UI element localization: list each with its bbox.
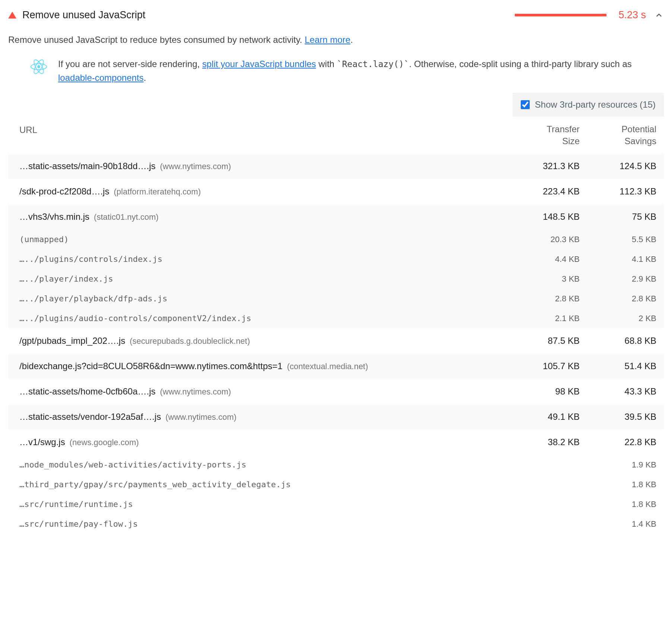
stack-pack-text: If you are not server-side rendering, sp…	[58, 57, 664, 85]
audit-time: 5.23 s	[618, 7, 646, 23]
url-text: /sdk-prod-c2f208d….js	[19, 185, 109, 198]
potential-savings: 68.8 KB	[580, 334, 662, 348]
potential-savings: 2.8 KB	[580, 292, 662, 305]
url-text: …../player/playback/dfp-ads.js	[19, 292, 167, 305]
url-cell[interactable]: …static-assets/home-0cfb60a….js(www.nyti…	[19, 385, 498, 398]
col-transfer-size: Transfer Size	[498, 123, 580, 146]
url-cell[interactable]: …src/runtime/pay-flow.js	[19, 518, 498, 530]
transfer-size: 148.5 KB	[498, 210, 580, 224]
description-text: Remove unused JavaScript to reduce bytes…	[8, 35, 305, 45]
transfer-size: 2.8 KB	[498, 292, 580, 305]
url-text: …node_modules/web-activities/activity-po…	[19, 459, 246, 471]
url-cell[interactable]: …static-assets/vendor-192a5af….js(www.ny…	[19, 410, 498, 424]
table-subrow: …third_party/gpay/src/payments_web_activ…	[8, 475, 664, 494]
url-cell[interactable]: …node_modules/web-activities/activity-po…	[19, 459, 498, 471]
url-cell[interactable]: /sdk-prod-c2f208d….js(platform.iteratehq…	[19, 185, 498, 198]
transfer-size: 4.4 KB	[498, 253, 580, 265]
url-cell[interactable]: …../plugins/controls/index.js	[19, 253, 498, 265]
audit-description: Remove unused JavaScript to reduce bytes…	[8, 33, 664, 47]
table-subrow: …../player/playback/dfp-ads.js2.8 KB2.8 …	[8, 289, 664, 308]
url-cell[interactable]: …src/runtime/runtime.js	[19, 498, 498, 510]
url-host: (securepubads.g.doubleclick.net)	[130, 335, 250, 347]
transfer-size: 49.1 KB	[498, 410, 580, 424]
table-row: /gpt/pubads_impl_202….js(securepubads.g.…	[8, 328, 664, 354]
potential-savings: 1.8 KB	[580, 498, 662, 510]
url-text: …static-assets/main-90b18dd….js	[19, 159, 155, 173]
transfer-size: 38.2 KB	[498, 435, 580, 449]
react-icon	[31, 58, 47, 75]
url-host: (www.nytimes.com)	[160, 386, 231, 398]
result-table: …static-assets/main-90b18dd….js(www.nyti…	[8, 153, 664, 534]
potential-savings: 22.8 KB	[580, 435, 662, 449]
potential-savings: 39.5 KB	[580, 410, 662, 424]
react-lazy-code: `React.lazy()`	[337, 59, 409, 69]
transfer-size: 223.4 KB	[498, 185, 580, 198]
potential-savings: 2.9 KB	[580, 273, 662, 285]
potential-savings: 1.8 KB	[580, 478, 662, 491]
third-party-label: Show 3rd-party resources (15)	[535, 98, 656, 111]
url-cell[interactable]: (unmapped)	[19, 233, 498, 245]
url-text: …static-assets/home-0cfb60a….js	[19, 385, 155, 398]
url-cell[interactable]: …static-assets/main-90b18dd….js(www.nyti…	[19, 159, 498, 173]
table-subrow: …../player/index.js3 KB2.9 KB	[8, 269, 664, 289]
audit-title: Remove unused JavaScript	[22, 7, 145, 23]
table-row: …vhs3/vhs.min.js(static01.nyt.com)148.5 …	[8, 204, 664, 229]
url-text: …static-assets/vendor-192a5af….js	[19, 410, 161, 424]
url-cell[interactable]: …../player/playback/dfp-ads.js	[19, 292, 498, 305]
url-cell[interactable]: …vhs3/vhs.min.js(static01.nyt.com)	[19, 210, 498, 224]
stack-pack-react: If you are not server-side rendering, sp…	[8, 57, 664, 85]
url-host: (news.google.com)	[70, 436, 139, 448]
transfer-size: 105.7 KB	[498, 359, 580, 373]
table-row: …static-assets/home-0cfb60a….js(www.nyti…	[8, 379, 664, 404]
url-text: …third_party/gpay/src/payments_web_activ…	[19, 478, 291, 491]
table-subrow: …src/runtime/pay-flow.js1.4 KB	[8, 514, 664, 534]
transfer-size: 321.3 KB	[498, 159, 580, 173]
table-row: …v1/swg.js(news.google.com)38.2 KB22.8 K…	[8, 429, 664, 455]
transfer-size: 20.3 KB	[498, 233, 580, 245]
table-subrow: …node_modules/web-activities/activity-po…	[8, 455, 664, 475]
split-bundles-link[interactable]: split your JavaScript bundles	[202, 59, 316, 69]
transfer-size: 3 KB	[498, 273, 580, 285]
learn-more-link[interactable]: Learn more	[305, 35, 351, 45]
url-cell[interactable]: …../plugins/audio-controls/componentV2/i…	[19, 312, 498, 324]
svg-point-0	[37, 65, 40, 68]
potential-savings: 51.4 KB	[580, 359, 662, 373]
table-subrow: …src/runtime/runtime.js1.8 KB	[8, 494, 664, 514]
url-text: /bidexchange.js?cid=8CULO58R6&dn=www.nyt…	[19, 359, 282, 373]
table-row: …static-assets/main-90b18dd….js(www.nyti…	[8, 153, 664, 179]
url-cell[interactable]: …third_party/gpay/src/payments_web_activ…	[19, 478, 498, 491]
fail-triangle-icon	[8, 12, 16, 19]
url-text: …../plugins/audio-controls/componentV2/i…	[19, 312, 251, 324]
table-row: /bidexchange.js?cid=8CULO58R6&dn=www.nyt…	[8, 354, 664, 379]
url-host: (contextual.media.net)	[287, 360, 368, 373]
potential-savings: 1.4 KB	[580, 518, 662, 530]
url-cell[interactable]: …../player/index.js	[19, 273, 498, 285]
transfer-size: 2.1 KB	[498, 312, 580, 324]
url-host: (www.nytimes.com)	[165, 411, 237, 423]
chevron-up-icon[interactable]	[654, 10, 664, 20]
potential-savings: 2 KB	[580, 312, 662, 324]
third-party-checkbox[interactable]	[521, 100, 530, 109]
potential-savings: 75 KB	[580, 210, 662, 224]
transfer-size: 98 KB	[498, 385, 580, 398]
url-text: …src/runtime/pay-flow.js	[19, 518, 138, 530]
audit-header[interactable]: Remove unused JavaScript 5.23 s	[8, 7, 664, 23]
table-header: URL Transfer Size Potential Savings	[8, 120, 664, 153]
potential-savings: 1.9 KB	[580, 459, 662, 471]
potential-savings: 112.3 KB	[580, 185, 662, 198]
loadable-components-link[interactable]: loadable-components	[58, 73, 144, 83]
url-text: …../plugins/controls/index.js	[19, 253, 162, 265]
url-text: /gpt/pubads_impl_202….js	[19, 334, 125, 348]
url-cell[interactable]: …v1/swg.js(news.google.com)	[19, 435, 498, 449]
table-subrow: …../plugins/audio-controls/componentV2/i…	[8, 308, 664, 328]
time-bar	[515, 14, 606, 16]
third-party-toggle[interactable]: Show 3rd-party resources (15)	[513, 93, 664, 117]
url-text: …../player/index.js	[19, 273, 113, 285]
potential-savings: 124.5 KB	[580, 159, 662, 173]
table-subrow: …../plugins/controls/index.js4.4 KB4.1 K…	[8, 249, 664, 269]
url-cell[interactable]: /bidexchange.js?cid=8CULO58R6&dn=www.nyt…	[19, 359, 498, 373]
col-url: URL	[10, 123, 498, 137]
potential-savings: 5.5 KB	[580, 233, 662, 245]
url-cell[interactable]: /gpt/pubads_impl_202….js(securepubads.g.…	[19, 334, 498, 348]
url-host: (static01.nyt.com)	[94, 211, 159, 223]
